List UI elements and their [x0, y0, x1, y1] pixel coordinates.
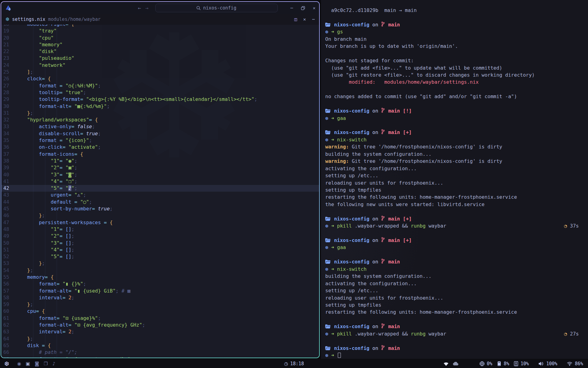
code-line-58[interactable]: 58 interval= 2; [1, 294, 319, 301]
code-editor-area[interactable]: ❆ 18 modules-right= [19 "tray"20 "cpu"21… [1, 25, 319, 358]
code-line-26[interactable]: 26 clock= { [1, 75, 319, 82]
workspace-4-notes-icon[interactable]: ❒ [44, 361, 48, 366]
code-line-34[interactable]: 34 disable-scroll= true; [1, 130, 319, 137]
clock-module[interactable]: ◷ 18:18 [284, 361, 304, 366]
code-line-52[interactable]: 52 "5"= []; [1, 253, 319, 260]
memory-module[interactable]: 8% [497, 361, 509, 366]
tab-settings-nix[interactable]: ❆ settings.nix modules/home/waybar [6, 17, 101, 22]
terminal-output: a9c0c72..d11029b main → main nixos-confi… [325, 7, 588, 359]
clock-time: 18:18 [290, 361, 304, 366]
workspace-3-discord-icon[interactable]: ◙ [35, 361, 39, 366]
line-number: 27 [1, 82, 15, 89]
code-line-65[interactable]: 65 disk = { [1, 342, 319, 349]
code-line-35[interactable]: 35 format = "{icon}"; [1, 137, 319, 144]
code-line-32[interactable]: 32 "hyprland/workspaces"= { [1, 117, 319, 123]
project-search-box[interactable]: nixos-config [155, 4, 278, 12]
code-line-63[interactable]: 63 interval= 2; [1, 328, 319, 335]
code-line-60[interactable]: 60 cpu= { [1, 308, 319, 315]
minimize-button[interactable]: ─ [290, 6, 293, 10]
code-line-66[interactable]: 66 # path = "/"; [1, 349, 319, 356]
workspace-5-music-icon[interactable]: ♪ [52, 361, 55, 366]
code-line-44[interactable]: 44 default = "◯"; [1, 199, 319, 205]
terminal-line-32: nixos-config on main [+] [325, 237, 588, 244]
code-line-61[interactable]: 61 format= "⊡ {usage}%"; [1, 315, 319, 322]
terminal-line-48: ❆ ➜ [325, 352, 588, 359]
terminal-line-8: (use "git add <file>..." to update what … [325, 64, 588, 71]
code-line-67[interactable]: 67 format = "◎ {percentage_used}%"; [1, 356, 319, 358]
code-text: "4"= []; [15, 247, 74, 253]
code-line-46[interactable]: 46 }; [1, 212, 319, 219]
code-line-57[interactable]: 57 format-alt= "▮ {used} GiB"; # ▩ [1, 288, 319, 294]
network-module[interactable]: 86% [567, 361, 583, 366]
code-line-48[interactable]: 48 "1"= []; [1, 226, 319, 233]
terminal-line-7: Changes not staged for commit: [325, 57, 588, 64]
terminal-line-13 [325, 100, 588, 107]
code-line-41[interactable]: 41 "4"= "❒"; [1, 178, 319, 185]
disk-module[interactable]: 10% [514, 361, 529, 366]
search-icon [196, 6, 201, 10]
workspace-1-firefox-icon[interactable]: ◉ [17, 361, 21, 366]
nav-back-button[interactable]: ← [138, 5, 141, 11]
code-text: "3"= "◙"; [15, 171, 77, 178]
git-branch-icon [381, 129, 385, 136]
code-line-40[interactable]: 40 "3"= "◙"; [1, 171, 319, 178]
code-line-18[interactable]: 18 modules-right= [ [1, 25, 319, 28]
tab-overflow-icon[interactable]: ⋯ [312, 17, 315, 22]
nixos-menu-icon[interactable]: ❆ [4, 360, 9, 367]
code-lines: 18 modules-right= [19 "tray"20 "cpu"21 "… [1, 25, 319, 358]
close-button[interactable]: ✕ [313, 6, 315, 10]
code-line-50[interactable]: 50 "3"= []; [1, 240, 319, 247]
code-line-62[interactable]: 62 format-alt= "⊡ {avg_frequency} GHz"; [1, 322, 319, 328]
line-number: 34 [1, 130, 15, 137]
terminal-window[interactable]: a9c0c72..d11029b main → main nixos-confi… [321, 0, 588, 359]
tab-close-icon[interactable]: ✕ [303, 17, 306, 22]
nav-forward-button[interactable]: → [145, 5, 148, 11]
tray-network-icon[interactable] [443, 362, 449, 366]
code-text: format= "▮ {}%"; [15, 281, 86, 287]
code-line-53[interactable]: 53 }; [1, 260, 319, 267]
code-line-47[interactable]: 47 persistent-workspaces = { [1, 219, 319, 226]
code-text: "5"= []; [15, 253, 74, 260]
code-line-59[interactable]: 59 }; [1, 301, 319, 308]
code-line-38[interactable]: 38 "1"= "◉"; [1, 158, 319, 164]
code-line-49[interactable]: 49 "2"= []; [1, 233, 319, 240]
code-line-24[interactable]: 24 "network" [1, 62, 319, 69]
terminal-line-38: activating the configuration... [325, 280, 588, 287]
terminal-line-31 [325, 230, 588, 237]
code-line-64[interactable]: 64 }; [1, 335, 319, 342]
restore-button[interactable] [301, 6, 305, 10]
workspace-2-terminal-icon[interactable]: ▣ [26, 361, 30, 366]
code-line-55[interactable]: 55 memory= { [1, 274, 319, 281]
code-line-33[interactable]: 33 active-only= false; [1, 123, 319, 130]
line-number: 36 [1, 144, 15, 151]
code-line-28[interactable]: 28 tooltip= "true"; [1, 89, 319, 96]
code-line-36[interactable]: 36 on-click= "activate"; [1, 144, 319, 151]
code-line-27[interactable]: 27 format = "◷{:%H:%M}"; [1, 82, 319, 89]
line-number: 62 [1, 322, 15, 328]
code-line-39[interactable]: 39 "2"= "▣"; [1, 164, 319, 171]
tray-cloud-icon[interactable] [453, 362, 459, 366]
code-text: format= "⊡ {usage}%"; [15, 315, 101, 322]
terminal-line-46 [325, 337, 588, 344]
code-line-37[interactable]: 37 format-icons= { [1, 151, 319, 158]
code-line-30[interactable]: 30 format-alt= "▦{:%d/%m}"; [1, 103, 319, 110]
terminal-line-42: restarting the following units: home-man… [325, 309, 588, 316]
code-line-23[interactable]: 23 "pulseaudio" [1, 55, 319, 62]
split-pane-icon[interactable]: ◫ [294, 17, 297, 22]
code-line-56[interactable]: 56 format= "▮ {}%"; [1, 281, 319, 287]
terminal-line-26: restarting the following units: home-man… [325, 194, 588, 201]
cpu-module[interactable]: 0% [480, 361, 492, 366]
code-line-45[interactable]: 45 sort-by-number= true; [1, 205, 319, 212]
code-line-31[interactable]: 31 }; [1, 110, 319, 117]
code-line-54[interactable]: 54 }; [1, 267, 319, 274]
code-line-20[interactable]: 20 "cpu" [1, 35, 319, 41]
code-line-22[interactable]: 22 "disk" [1, 48, 319, 55]
code-line-21[interactable]: 21 "memory" [1, 41, 319, 48]
code-line-51[interactable]: 51 "4"= []; [1, 247, 319, 253]
code-line-25[interactable]: 25 ]; [1, 69, 319, 75]
code-line-42[interactable]: 42 "5"= "♪"; [1, 185, 319, 192]
code-line-43[interactable]: 43 urgent= "⚠"; [1, 192, 319, 198]
code-line-19[interactable]: 19 "tray" [1, 28, 319, 34]
volume-module[interactable]: 100% [538, 361, 557, 366]
code-line-29[interactable]: 29 tooltip-format= "<big>{:%Y %B}</big>\… [1, 96, 319, 103]
